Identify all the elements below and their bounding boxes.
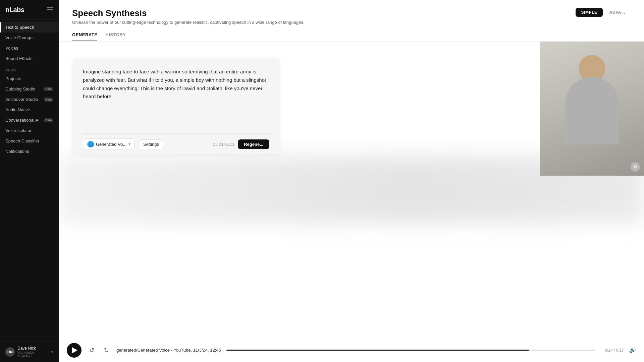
sidebar-item-label: Projects: [5, 76, 21, 81]
sidebar-footer: DN Dave Nick Workspace f614ef472... ▾: [0, 342, 59, 362]
sidebar-item-label: Voices: [5, 46, 18, 51]
current-time: 0:14: [605, 348, 612, 353]
mode-advanced-button[interactable]: ADVA...: [604, 8, 631, 17]
sidebar-item-label: Voice Isolator: [5, 128, 32, 133]
char-count: 0 / 214,211: [213, 142, 234, 147]
sidebar-item-text-to-speech[interactable]: Text to Speech: [0, 22, 59, 33]
editor-container: Imagine standing face-to-face with a war…: [72, 58, 280, 155]
page-title: Speech Synthesis: [72, 8, 304, 18]
time-display: 0:14 / 0:17: [605, 348, 624, 353]
sidebar-item-label: Voiceover Studio: [5, 97, 38, 102]
sidebar: nLabs Text to Speech Voice Changer Voice…: [0, 0, 59, 362]
avatar: DN: [5, 347, 15, 357]
sidebar-item-voice-isolator[interactable]: Voice Isolator: [0, 125, 59, 136]
skip-back-button[interactable]: ↺: [87, 346, 96, 355]
editor-toolbar: 🌐 Generated Vo... ▾ Settings 0 / 214,211…: [83, 133, 269, 155]
total-time: 0:17: [616, 348, 624, 353]
sidebar-item-voices[interactable]: Voices: [0, 43, 59, 53]
header-top: Speech Synthesis Unleash the power of ou…: [72, 8, 631, 25]
progress-fill: [226, 350, 529, 351]
sidebar-item-sound-effects[interactable]: Sound Effects: [0, 53, 59, 64]
progress-bar[interactable]: [226, 350, 596, 351]
beta-badge: Beta: [44, 118, 53, 122]
mode-buttons: SIMPLE ADVA...: [576, 8, 631, 17]
user-name: Dave Nick: [17, 346, 49, 351]
sidebar-toggle-icon[interactable]: [47, 7, 53, 13]
sidebar-item-label: Voice Changer: [5, 35, 34, 40]
sidebar-item-label: Notifications: [5, 149, 29, 154]
video-person: ⚙: [540, 42, 644, 176]
page-subtitle: Unleash the power of our cutting-edge te…: [72, 20, 304, 25]
beta-badge: Beta: [44, 87, 53, 91]
sidebar-item-speech-classifier[interactable]: Speech Classifier: [0, 136, 59, 146]
track-info: generated/Generated Voice - YouTube, 11/…: [116, 348, 221, 353]
time-separator: /: [614, 348, 616, 353]
sidebar-item-dubbing-studio[interactable]: Dubbing Studio Beta: [0, 84, 59, 94]
content-area: Imagine standing face-to-face with a war…: [59, 42, 644, 338]
regenerate-button[interactable]: Regene...: [238, 139, 269, 149]
tab-history[interactable]: HISTORY: [105, 29, 126, 41]
user-info: Dave Nick Workspace f614ef472...: [17, 346, 49, 358]
tab-generate[interactable]: GENERATE: [72, 29, 97, 41]
progress-area: [226, 350, 596, 351]
play-button[interactable]: [67, 343, 82, 358]
sidebar-nav: Text to Speech Voice Changer Voices Soun…: [0, 19, 59, 342]
sidebar-header: nLabs: [0, 0, 59, 19]
sidebar-item-audio-native[interactable]: Audio Native: [0, 105, 59, 115]
video-overlay: ⚙: [540, 42, 644, 176]
tabs: GENERATE HISTORY: [72, 29, 631, 41]
mode-simple-button[interactable]: SIMPLE: [576, 8, 602, 17]
person-body: [565, 77, 619, 144]
video-settings-icon[interactable]: ⚙: [631, 162, 640, 172]
sidebar-item-projects[interactable]: Projects: [0, 73, 59, 84]
chevron-down-icon: ▾: [128, 142, 130, 146]
sidebar-item-voiceover-studio[interactable]: Voiceover Studio Beta: [0, 94, 59, 105]
editor-text[interactable]: Imagine standing face-to-face with a war…: [83, 68, 269, 128]
volume-icon[interactable]: 🔊: [629, 347, 636, 353]
page-heading: Speech Synthesis Unleash the power of ou…: [72, 8, 304, 25]
sidebar-item-label: Dubbing Studio: [5, 86, 35, 92]
app-logo: nLabs: [5, 6, 24, 14]
bottom-player: ↺ ↻ generated/Generated Voice - YouTube,…: [59, 338, 644, 362]
skip-forward-button[interactable]: ↻: [102, 346, 111, 355]
sidebar-item-label: Speech Classifier: [5, 138, 39, 143]
sidebar-item-label: Conversational AI: [5, 118, 40, 123]
sidebar-item-conversational-ai[interactable]: Conversational AI Beta: [0, 115, 59, 125]
voice-selector-label: Generated Vo...: [96, 142, 126, 147]
sidebar-section-news: NEWS: [0, 64, 59, 73]
settings-button[interactable]: Settings: [138, 139, 164, 149]
sidebar-item-voice-changer[interactable]: Voice Changer: [0, 33, 59, 43]
sidebar-item-notifications[interactable]: Notifications: [0, 146, 59, 157]
main-content: Speech Synthesis Unleash the power of ou…: [59, 0, 644, 362]
main-header: Speech Synthesis Unleash the power of ou…: [59, 0, 644, 42]
voice-icon: 🌐: [87, 141, 94, 147]
user-workspace: Workspace f614ef472...: [17, 351, 49, 358]
voice-selector[interactable]: 🌐 Generated Vo... ▾: [83, 138, 135, 150]
sidebar-item-label: Audio Native: [5, 107, 30, 112]
play-icon: [72, 347, 77, 353]
user-profile[interactable]: DN Dave Nick Workspace f614ef472... ▾: [5, 346, 53, 358]
sidebar-item-label: Sound Effects: [5, 56, 33, 61]
beta-badge: Beta: [44, 98, 53, 102]
sidebar-item-label: Text to Speech: [5, 25, 34, 30]
chevron-down-icon: ▾: [51, 350, 53, 354]
